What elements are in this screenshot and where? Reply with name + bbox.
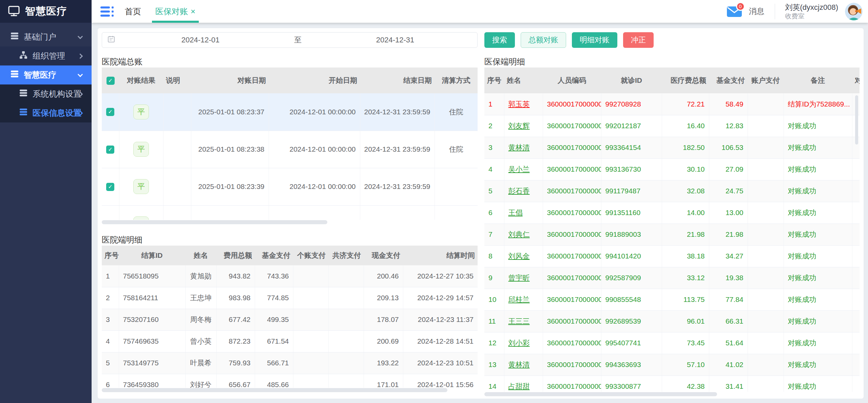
sidebar-item-smart-medical[interactable]: 智慧医疗	[0, 65, 92, 84]
tab-home[interactable]: 首页	[123, 0, 142, 23]
row-number-cell: 8	[484, 245, 504, 267]
row-checkbox[interactable]	[106, 183, 114, 191]
insurance-detail-row[interactable]: 14 占甜甜 36000017000000 993300877 42.38 31…	[484, 376, 860, 392]
insurance-detail-row[interactable]: 7 刘典仁 36000017000000... 991889003 21.98 …	[484, 224, 860, 245]
patient-name-link[interactable]: 曾宇昕	[508, 274, 530, 282]
scrollbar-thumb[interactable]	[102, 220, 327, 224]
remark-cell: 对账成功	[784, 202, 852, 224]
ledger-row[interactable]: 平	[102, 205, 478, 220]
total-cell: 983.98	[216, 287, 255, 309]
column-header: 就诊ID	[601, 68, 662, 93]
patient-name-link[interactable]: 刘友辉	[508, 122, 530, 130]
patient-name-link[interactable]: 刘小彩	[508, 339, 530, 347]
tab-label: 医保对账	[155, 6, 188, 17]
hospital-detail-row[interactable]: 1 756518095 黄旭勋 943.82 743.36 200.46 202…	[102, 265, 478, 287]
sidebar-item-basic-portal[interactable]: 基础门户	[0, 27, 92, 46]
insurance-detail-row[interactable]: 13 黄林清 36000017000000... 994363693 57.10…	[484, 354, 860, 376]
remark-cell: 对账成功	[784, 180, 852, 202]
insurance-detail-row[interactable]: 9 曾宇昕 36000017000000... 992587909 33.12 …	[484, 267, 860, 289]
message-label[interactable]: 消息	[749, 6, 765, 17]
visit-id-cell: 993364154	[601, 137, 662, 158]
patient-name-link[interactable]: 刘典仁	[508, 230, 530, 238]
sidebar-item-org-management[interactable]: 组织管理	[0, 46, 92, 65]
insurance-detail-row[interactable]: 2 刘友辉 36000017000000... 992012187 16.40 …	[484, 115, 860, 137]
date-end-value[interactable]: 2024-12-31	[313, 36, 477, 44]
select-all-checkbox[interactable]	[107, 77, 115, 85]
scrollbar-thumb[interactable]	[102, 388, 447, 392]
sidebar-item-insurance-info-settings[interactable]: 医保信息设置	[0, 103, 92, 122]
column-header: 姓名	[504, 68, 543, 93]
insurance-detail-row[interactable]: 5 彭石香 36000017000000... 991179487 32.08 …	[484, 180, 860, 202]
total-cell: 677.42	[216, 309, 255, 330]
patient-name-link[interactable]: 郭玉英	[508, 100, 530, 108]
person-code-cell: 36000017000000...	[543, 245, 601, 267]
patient-name-link[interactable]: 占甜甜	[508, 382, 530, 390]
patient-name-link[interactable]: 刘风金	[508, 252, 530, 260]
ledger-row[interactable]: 平 2025-01-01 08:23:37 2024-12-01 00:00:0…	[102, 93, 478, 131]
search-button[interactable]: 搜索	[484, 32, 515, 48]
patient-name-link[interactable]: 邱桂兰	[508, 295, 530, 303]
extra-cell	[852, 224, 860, 245]
mutual-pay-cell	[328, 330, 364, 352]
insurance-detail-row[interactable]: 4 吴小兰 36000017000000... 993136730 30.10 …	[484, 158, 860, 180]
hospital-detail-row[interactable]: 5 753149775 叶晨希 759.93 566.71 193.22 202…	[102, 352, 478, 374]
patient-name-link[interactable]: 黄林清	[508, 143, 530, 151]
column-header: 医疗费总额	[662, 68, 709, 93]
insurance-detail-row[interactable]: 1 郭玉英 36000017000000... 992708928 72.21 …	[484, 93, 860, 115]
envelope-icon[interactable]: 0	[727, 5, 742, 18]
server-icon	[19, 108, 28, 118]
insurance-detail-row[interactable]: 3 黄林清 36000017000000... 993364154 182.50…	[484, 137, 860, 158]
fund-pay-cell: 27.09	[709, 158, 748, 180]
horizontal-scrollbar	[484, 392, 860, 396]
total-reconciliation-button[interactable]: 总额对账	[521, 32, 566, 48]
insurance-detail-row[interactable]: 6 王倡 36000017000000... 991351160 14.00 1…	[484, 202, 860, 224]
scrollbar-thumb[interactable]	[484, 392, 717, 396]
settle-time-cell: 2024-12-28 14:51	[403, 330, 478, 352]
row-checkbox[interactable]	[106, 108, 114, 116]
insurance-detail-row[interactable]: 12 刘小彩 36000017000000... 995407741 73.45…	[484, 332, 860, 354]
hospital-detail-row[interactable]: 4 757469635 曾小英 872.23 671.54 200.69 202…	[102, 330, 478, 352]
recon-result-badge: 平	[133, 216, 149, 220]
hospital-detail-row[interactable]: 3 753207160 周冬梅 677.42 499.35 178.07 202…	[102, 309, 478, 330]
insurance-detail-row[interactable]: 11 王三三 36000017000000... 992689539 96.01…	[484, 310, 860, 332]
insurance-detail-row[interactable]: 8 刘风金 36000017000000... 994101420 38.18 …	[484, 245, 860, 267]
row-checkbox[interactable]	[106, 146, 114, 154]
sidebar-item-system-org-settings[interactable]: 系统机构设置	[0, 84, 92, 103]
account-pay-cell	[748, 376, 784, 392]
hospital-detail-row[interactable]: 6 736459380 刘好兮 656.67 485.66 171.01 202…	[102, 374, 478, 388]
insurance-detail-row[interactable]: 10 邱桂兰 36000017000000... 990855548 113.7…	[484, 289, 860, 310]
visit-id-cell: 995407741	[601, 332, 662, 354]
detail-reconciliation-button[interactable]: 明细对账	[572, 32, 617, 48]
tab-close-icon[interactable]: ×	[191, 7, 195, 16]
column-header: 基金支付	[255, 246, 293, 265]
patient-name-link[interactable]: 彭石香	[508, 187, 530, 195]
account-pay-cell	[748, 137, 784, 158]
person-code-cell: 36000017000000...	[543, 289, 601, 310]
end-date-cell: 2024-12-31 23:59:59	[360, 168, 435, 205]
ledger-row[interactable]: 平 2025-01-01 08:23:39 2024-12-01 00:00:0…	[102, 168, 478, 205]
ledger-row[interactable]: 平 2025-01-01 08:23:38 2024-12-01 00:00:0…	[102, 131, 478, 168]
cash-pay-cell: 200.69	[364, 330, 403, 352]
recon-result-badge: 平	[133, 104, 149, 119]
patient-name-link[interactable]: 黄林清	[508, 361, 530, 368]
row-number-cell: 4	[484, 158, 504, 180]
tab-insurance-reconciliation[interactable]: 医保对账 ×	[154, 0, 197, 23]
patient-name-link[interactable]: 吴小兰	[508, 165, 530, 173]
user-info[interactable]: 刘英(dyxcjz008) 收费室	[785, 3, 838, 20]
hospital-detail-row[interactable]: 2 758164211 王忠坤 983.98 774.85 209.13 202…	[102, 287, 478, 309]
account-pay-cell	[748, 310, 784, 332]
vertical-scrollbar-thumb[interactable]	[855, 95, 858, 145]
hospital-detail-table: 序号 结算ID 姓名 费用总额 基金支付 个账支付 共济支付 现金支付 结算时间	[102, 246, 478, 388]
person-code-cell: 36000017000000...	[543, 115, 601, 137]
date-range-input[interactable]: 2024-12-01 至 2024-12-31	[102, 32, 478, 48]
user-avatar[interactable]	[845, 3, 863, 20]
date-start-value[interactable]: 2024-12-01	[118, 36, 283, 44]
collapse-menu-icon[interactable]	[100, 4, 114, 19]
fund-pay-cell: 106.53	[709, 137, 748, 158]
patient-name-link[interactable]: 王三三	[508, 317, 530, 325]
patient-name-link[interactable]: 王倡	[508, 209, 523, 216]
chevron-down-icon	[78, 72, 83, 77]
fund-pay-cell: 77.84	[709, 289, 748, 310]
personal-pay-cell	[293, 265, 328, 287]
reverse-button[interactable]: 冲正	[623, 32, 654, 48]
